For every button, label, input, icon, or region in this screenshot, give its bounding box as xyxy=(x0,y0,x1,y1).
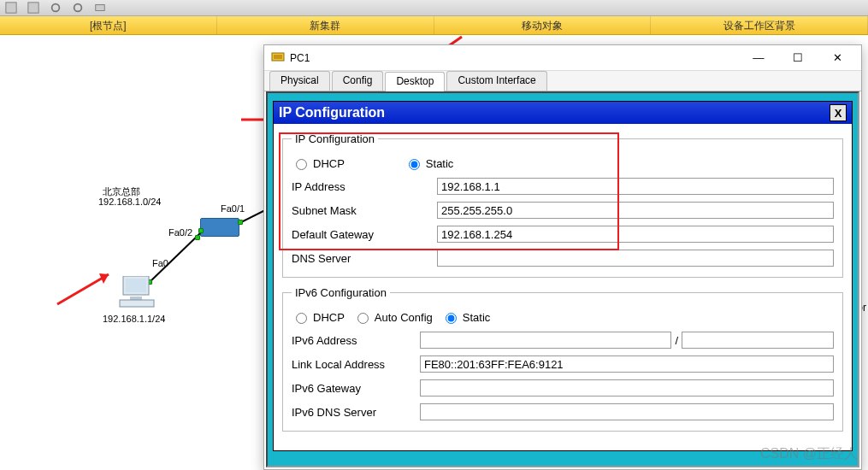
lbl-v6addr: IPv6 Address xyxy=(292,334,420,347)
svg-point-2 xyxy=(52,4,60,12)
tool-icon[interactable] xyxy=(5,2,17,14)
lbl-linklocal: Link Local Address xyxy=(292,358,420,371)
window-title: PC1 xyxy=(290,52,310,64)
tab-custom[interactable]: Custom Interface xyxy=(446,71,546,91)
radio-v6-auto[interactable]: Auto Config xyxy=(353,310,433,324)
ipv6-dns-input[interactable] xyxy=(420,403,834,420)
toolbar-btn-moveobj[interactable]: 移动对象 xyxy=(434,16,652,34)
iface-label: Fa0 xyxy=(152,258,168,268)
tool-icon[interactable] xyxy=(72,2,84,14)
tab-config[interactable]: Config xyxy=(332,71,384,91)
pc-device-icon[interactable] xyxy=(118,276,157,308)
ip-config-window: IP Configuration X IP Configuration DHCP… xyxy=(273,101,853,451)
pc-label: 192.168.1.1/24 xyxy=(103,314,165,324)
radio-dhcp[interactable]: DHCP xyxy=(292,156,345,170)
ipcfg-close-button[interactable]: X xyxy=(830,104,847,121)
dns-server-input[interactable] xyxy=(437,250,834,267)
svg-rect-9 xyxy=(130,297,142,300)
subnet-mask-input[interactable] xyxy=(437,202,834,219)
radio-v6-dhcp[interactable]: DHCP xyxy=(292,310,345,324)
minimize-button[interactable]: — xyxy=(741,48,776,68)
svg-rect-4 xyxy=(96,5,105,11)
default-gateway-input[interactable] xyxy=(437,226,834,243)
link-local-input[interactable] xyxy=(420,355,834,373)
titlebar[interactable]: PC1 — ☐ ✕ xyxy=(264,45,861,71)
site-cidr: 192.168.1.0/24 xyxy=(98,197,161,207)
svg-rect-18 xyxy=(274,55,282,59)
maximize-button[interactable]: ☐ xyxy=(781,48,815,68)
pc-dialog: PC1 — ☐ ✕ Physical Config Desktop Custom… xyxy=(263,44,862,470)
lbl-gw: Default Gateway xyxy=(292,228,437,241)
ipcfg-title: IP Configuration xyxy=(279,105,385,120)
app-icon xyxy=(271,50,285,66)
toolbar-btn-root[interactable]: [根节点] xyxy=(0,16,217,34)
iface-label: Fa0/1 xyxy=(221,203,245,214)
lbl-ip: IP Address xyxy=(292,180,437,193)
lbl-mask: Subnet Mask xyxy=(292,204,437,217)
slash-label: / xyxy=(671,334,682,347)
tool-icon[interactable] xyxy=(27,2,39,14)
toolbar-btn-bg[interactable]: 设备工作区背景 xyxy=(651,16,868,34)
svg-rect-1 xyxy=(28,3,38,13)
radio-static[interactable]: Static xyxy=(404,156,454,170)
tab-physical[interactable]: Physical xyxy=(269,71,330,91)
ipv4-group: IP Configuration DHCP Static IP Address … xyxy=(282,132,843,278)
switch-device-icon[interactable] xyxy=(200,218,239,237)
app-toolbar-top xyxy=(0,0,868,16)
ipv6-gateway-input[interactable] xyxy=(420,379,834,397)
toolbar-btn-newcluster[interactable]: 新集群 xyxy=(217,16,434,34)
ipv6-prefix-input[interactable] xyxy=(682,332,834,349)
svg-rect-10 xyxy=(120,300,154,307)
ipv4-legend: IP Configuration xyxy=(292,132,378,145)
ipv6-legend: IPv6 Configuration xyxy=(292,286,390,299)
tab-desktop[interactable]: Desktop xyxy=(385,72,445,91)
lbl-v6gw: IPv6 Gateway xyxy=(292,382,420,395)
dialog-tabs: Physical Config Desktop Custom Interface xyxy=(264,71,861,91)
iface-label: Fa0/2 xyxy=(168,227,192,238)
ip-address-input[interactable] xyxy=(437,178,834,195)
svg-point-3 xyxy=(74,4,82,12)
svg-rect-8 xyxy=(126,279,146,292)
radio-v6-static[interactable]: Static xyxy=(441,310,491,324)
svg-line-11 xyxy=(57,274,109,304)
tool-icon[interactable] xyxy=(94,2,106,14)
svg-rect-0 xyxy=(6,3,16,13)
ipv6-address-input[interactable] xyxy=(420,332,671,349)
ipv6-group: IPv6 Configuration DHCP Auto Config Stat… xyxy=(282,286,843,432)
lbl-v6dns: IPv6 DNS Server xyxy=(292,406,420,419)
desktop-area: IP Configuration X IP Configuration DHCP… xyxy=(266,91,859,467)
close-button[interactable]: ✕ xyxy=(820,48,854,68)
app-toolbar-yellow: [根节点] 新集群 移动对象 设备工作区背景 xyxy=(0,16,868,35)
tool-icon[interactable] xyxy=(50,2,62,14)
lbl-dns: DNS Server xyxy=(292,252,437,265)
